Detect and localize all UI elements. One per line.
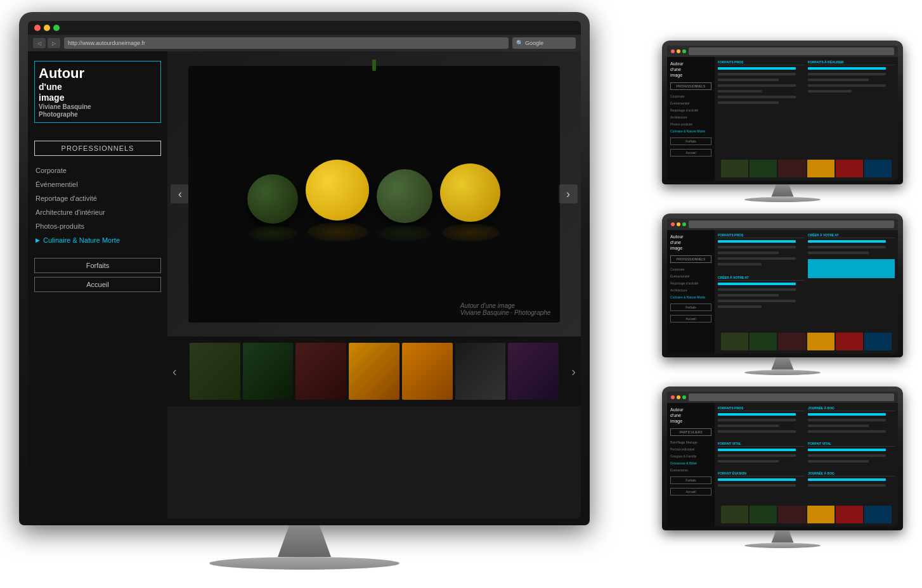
thumb-3[interactable] bbox=[295, 343, 346, 400]
sm-prof-btn-2[interactable]: PROFESSIONNELS bbox=[670, 255, 711, 263]
sm-text-2l-5 bbox=[718, 263, 762, 265]
website-main: Autour d'une image Viviane Basquine Phot… bbox=[28, 51, 581, 519]
sm-thumb-2e[interactable] bbox=[836, 333, 863, 350]
sm-content-columns-2: FORFAITS PROS CRÉER À VOTRE AT bbox=[718, 233, 895, 330]
sm-thumb-3b[interactable] bbox=[750, 506, 777, 523]
sm-thumb-3a[interactable] bbox=[721, 506, 748, 523]
sm-url-bar-2[interactable] bbox=[689, 220, 894, 228]
sm-section-title-left-3c: FORFAIT ÉVASION bbox=[718, 471, 805, 476]
sm-menu-report-2[interactable]: Reportage d'activité bbox=[670, 281, 711, 286]
sm-menu-culinaire-1[interactable]: Culinaire & Nature Morte bbox=[670, 129, 711, 134]
zucchini-scene: Autour d'une imageViviane Basquine · Pho… bbox=[188, 66, 561, 323]
sm-menu-item-3b[interactable]: Portrait individuel bbox=[670, 447, 711, 452]
thumb-4[interactable] bbox=[349, 343, 399, 400]
sm-thumb-1c[interactable] bbox=[778, 160, 805, 177]
sm-text-2l-2 bbox=[718, 246, 796, 248]
sm-col-right-3: JOURNÉE À BOG FORFAIT VITAL bbox=[808, 406, 895, 503]
sm-forfaits-btn-1[interactable]: Forfaits bbox=[670, 137, 711, 145]
menu-item-corporate[interactable]: Corporate bbox=[34, 164, 161, 177]
sm-menu-photos-1[interactable]: Photos-produits bbox=[670, 122, 711, 127]
photo-next-button[interactable]: › bbox=[559, 184, 578, 203]
search-icon: 🔍 bbox=[516, 40, 523, 46]
sm-thumb-3c[interactable] bbox=[778, 506, 805, 523]
accueil-button[interactable]: Accueil bbox=[34, 277, 161, 292]
sm-forfaits-btn-2[interactable]: Forfaits bbox=[670, 304, 711, 311]
close-dot[interactable] bbox=[34, 25, 41, 31]
sm-thumb-3f[interactable] bbox=[864, 506, 892, 523]
minimize-dot[interactable] bbox=[44, 25, 50, 31]
thumb-7[interactable] bbox=[508, 343, 559, 400]
sm-sidebar-3: Autourd'uneimage PARTICULIERS Bain/Nage … bbox=[667, 403, 715, 527]
sm-thumb-3d[interactable] bbox=[807, 506, 834, 523]
sm-content-3: Autourd'uneimage PARTICULIERS Bain/Nage … bbox=[667, 403, 898, 527]
sm-dot-green-2 bbox=[682, 222, 686, 226]
sm-accueil-btn-3[interactable]: Accueil bbox=[670, 488, 711, 495]
forward-button[interactable]: ▷ bbox=[48, 38, 60, 48]
thumb-6[interactable] bbox=[455, 343, 506, 400]
menu-item-reportage[interactable]: Reportage d'activité bbox=[34, 192, 161, 205]
sm-forfaits-btn-3[interactable]: Forfaits bbox=[670, 476, 711, 484]
menu-item-photos-produits[interactable]: Photos-produits bbox=[34, 220, 161, 233]
thumb-5[interactable] bbox=[402, 343, 453, 400]
sm-menu-item-3a[interactable]: Bain/Nage Mariage bbox=[670, 440, 711, 445]
monitor-body-small-1: Autourd'uneimage PROFESSIONNELS Corporat… bbox=[662, 41, 903, 184]
sm-thumb-2d[interactable] bbox=[807, 333, 834, 350]
sm-menu-culinaire-2[interactable]: Culinaire & Nature Morte bbox=[670, 295, 711, 300]
url-bar[interactable]: http://www.autourduneimage.fr bbox=[64, 37, 509, 49]
maximize-dot[interactable] bbox=[53, 25, 60, 31]
thumb-1[interactable] bbox=[190, 343, 240, 400]
sm-menu-corporate-2[interactable]: Corporate bbox=[670, 267, 711, 272]
photo-prev-button[interactable]: ‹ bbox=[171, 184, 190, 203]
website-content: Autour d'une image Viviane Basquine Phot… bbox=[28, 51, 581, 519]
menu-item-culinaire[interactable]: Culinaire & Nature Morte bbox=[34, 234, 161, 246]
sm-prof-btn-1[interactable]: PROFESSIONNELS bbox=[670, 82, 711, 90]
sm-thumb-1f[interactable] bbox=[864, 160, 892, 177]
sm-menu-item-3d[interactable]: Grossesse & Bébé bbox=[670, 461, 711, 466]
sm-dots-3 bbox=[671, 395, 686, 399]
sm-url-bar-1[interactable] bbox=[689, 48, 894, 55]
search-bar[interactable]: 🔍 Google bbox=[512, 37, 576, 49]
sm-thumb-2c[interactable] bbox=[778, 333, 805, 350]
logo-sub: Viviane Basquine bbox=[39, 103, 157, 111]
sm-thumb-1d[interactable] bbox=[807, 160, 834, 177]
forfaits-button[interactable]: Forfaits bbox=[34, 258, 161, 273]
sm-url-bar-3[interactable] bbox=[689, 393, 894, 401]
sm-menu-corporate-1[interactable]: Corporate bbox=[670, 94, 711, 99]
sm-prof-btn-3[interactable]: PARTICULIERS bbox=[670, 428, 711, 436]
back-button[interactable]: ◁ bbox=[33, 38, 46, 48]
sm-accueil-btn-2[interactable]: Accueil bbox=[670, 315, 711, 323]
thumb-2[interactable] bbox=[243, 343, 294, 400]
browser-nav-buttons: ◁ ▷ bbox=[33, 38, 60, 48]
sm-main-2: FORFAITS PROS CRÉER À VOTRE AT bbox=[715, 230, 898, 354]
professionnels-button[interactable]: PROFESSIONNELS bbox=[34, 141, 161, 156]
sm-menu-event-1[interactable]: Événementiel bbox=[670, 101, 711, 106]
sm-thumb-1e[interactable] bbox=[836, 160, 863, 177]
sm-menu-arch-2[interactable]: Architecture bbox=[670, 288, 711, 293]
sm-menu-item-3c[interactable]: Groupes & Famille bbox=[670, 454, 711, 459]
thumbs-prev-button[interactable]: ‹ bbox=[172, 364, 177, 379]
monitor-bezel-small-3: Autourd'uneimage PARTICULIERS Bain/Nage … bbox=[667, 392, 898, 527]
sm-menu-event-2[interactable]: Événementiel bbox=[670, 274, 711, 279]
small-monitor-3: Autourd'uneimage PARTICULIERS Bain/Nage … bbox=[662, 387, 903, 548]
sm-accueil-btn-1[interactable]: Accueil bbox=[670, 149, 711, 157]
sm-thumb-3e[interactable] bbox=[836, 506, 863, 523]
monitor-base-large bbox=[209, 557, 399, 570]
menu-item-architecture[interactable]: Architecture d'intérieur bbox=[34, 206, 161, 219]
sm-menu-item-3e[interactable]: Événements bbox=[670, 468, 711, 473]
sm-thumb-2b[interactable] bbox=[750, 333, 777, 350]
sm-logo-3: Autourd'uneimage bbox=[670, 407, 711, 424]
sm-col-right-1: FORFAITS À RÉALISER bbox=[808, 60, 895, 157]
sm-menu-report-1[interactable]: Reportage d'activité bbox=[670, 108, 711, 113]
sm-menu-arch-1[interactable]: Architecture bbox=[670, 115, 711, 120]
sidebar-buttons: Forfaits Accueil bbox=[34, 258, 161, 292]
sm-content-columns-1: FORFAITS PROS FORFAITS À RÉALISER bbox=[718, 60, 895, 157]
sm-thumb-2a[interactable] bbox=[721, 333, 748, 350]
thumbs-next-button[interactable]: › bbox=[571, 364, 576, 379]
sm-thumb-1a[interactable] bbox=[721, 160, 748, 177]
sm-thumb-1b[interactable] bbox=[750, 160, 777, 177]
sm-text-3l-5 bbox=[718, 449, 796, 451]
sm-thumb-2f[interactable] bbox=[864, 333, 892, 350]
menu-item-evenementiel[interactable]: Événementiel bbox=[34, 178, 161, 191]
thumbnail-strip: ‹ › bbox=[167, 336, 581, 406]
sm-text-3r-3 bbox=[808, 425, 869, 427]
